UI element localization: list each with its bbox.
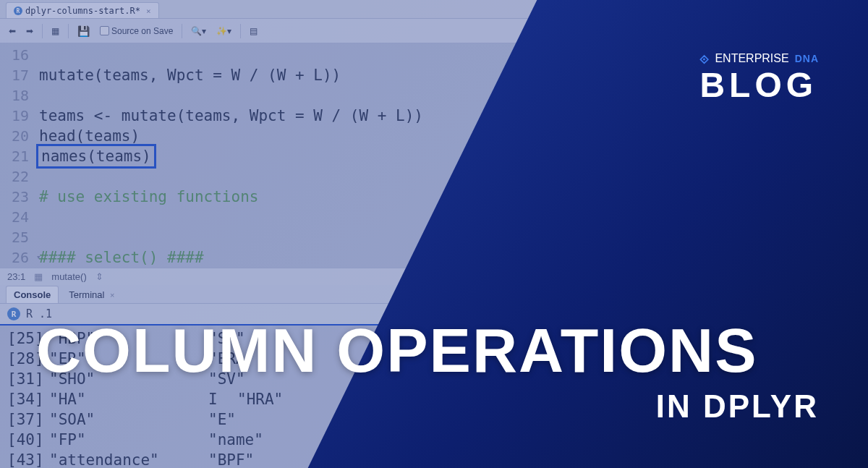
find-button[interactable]: 🔍▾ — [188, 25, 209, 38]
line-number: 17 — [0, 65, 39, 85]
cursor-position: 23:1 — [7, 271, 25, 282]
line-number: 16 — [0, 45, 39, 65]
r-file-icon: R — [14, 7, 22, 15]
code-text-highlighted: names(teams) — [36, 144, 156, 169]
code-text: head(teams) — [39, 126, 140, 146]
file-tab-label: dplyr-columns-start.R* — [25, 6, 140, 16]
line-number: 25 — [0, 227, 39, 247]
source-on-save-checkbox[interactable]: Source on Save — [97, 25, 176, 38]
headline-main: COLUMN OPERATIONS — [36, 319, 839, 381]
function-icon: ▦ — [34, 271, 43, 282]
file-tab[interactable]: R dplyr-columns-start.R* × — [6, 2, 159, 18]
save-icon[interactable]: 💾 — [75, 24, 93, 38]
breadcrumb[interactable]: mutate() — [51, 271, 86, 282]
brand-enterprise: ENTERPRISE — [715, 52, 788, 65]
code-text: mutate(teams, Wpct = W / (W + L)) — [39, 65, 341, 85]
back-button[interactable]: ⬅ — [6, 25, 19, 38]
close-icon[interactable]: × — [110, 291, 114, 299]
brand-blog: BLOG — [699, 65, 819, 105]
line-number: 23 — [0, 187, 39, 207]
close-icon[interactable]: × — [146, 7, 151, 16]
code-comment: #### select() #### — [39, 247, 204, 268]
line-number: 19 — [0, 106, 39, 126]
headline: COLUMN OPERATIONS — [36, 319, 839, 381]
line-number: 20 — [0, 126, 39, 146]
tab-terminal[interactable]: Terminal × — [61, 286, 122, 303]
code-text: teams <- mutate(teams, Wpct = W / (W + L… — [39, 106, 423, 126]
r-console-icon: R — [7, 307, 20, 320]
line-number: 26 — [0, 247, 39, 268]
forward-button[interactable]: ➡ — [23, 25, 36, 38]
checkbox-icon — [100, 26, 109, 35]
show-button[interactable]: ▦ — [48, 25, 62, 38]
line-number: 22 — [0, 166, 39, 187]
line-number: 24 — [0, 207, 39, 227]
line-number: 21 — [0, 146, 39, 166]
breadcrumb-updown-icon[interactable]: ⇕ — [95, 271, 103, 282]
brand-dna: DNA — [795, 53, 819, 64]
tab-console[interactable]: Console — [6, 286, 59, 303]
wand-button[interactable]: ✨▾ — [213, 25, 234, 38]
notebook-button[interactable]: ▤ — [247, 25, 260, 38]
code-comment: # use existing functions — [39, 187, 258, 207]
source-on-save-label: Source on Save — [111, 26, 173, 36]
headline-sub: IN DPLYR — [656, 388, 819, 425]
brand-logo: ⟐ ENTERPRISE DNA BLOG — [699, 49, 819, 105]
line-number: 18 — [0, 85, 39, 106]
